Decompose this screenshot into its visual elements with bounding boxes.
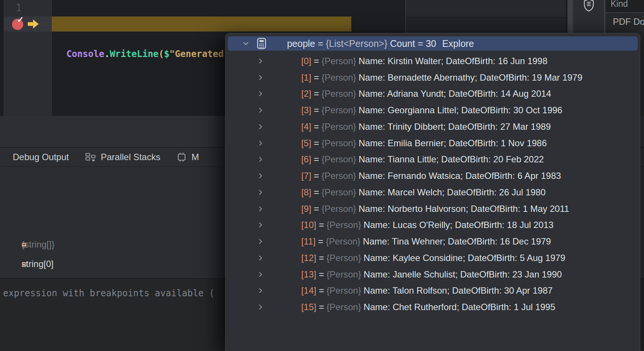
tab-label: Debug Output (13, 152, 69, 162)
code-token: . (104, 49, 110, 59)
tab-memory[interactable]: M (177, 152, 199, 162)
parallel-stacks-icon (85, 152, 96, 162)
chevron-right-icon[interactable] (259, 173, 263, 179)
chevron-right-icon[interactable] (259, 206, 263, 212)
equals-sign: = (316, 302, 327, 312)
finder-column-header[interactable]: Kind (605, 0, 644, 13)
chevron-right-icon[interactable] (259, 272, 263, 278)
code-token: "Generated (169, 49, 229, 59)
chevron-right-icon[interactable] (259, 107, 263, 113)
item-type: {Person} (327, 302, 361, 312)
calculator-icon (257, 38, 266, 49)
code-token: WriteLine (110, 49, 159, 59)
variable-name: n (21, 259, 26, 269)
variables-panel[interactable]: {string[]} string[0] Explore = Faker<Per… (0, 166, 225, 278)
line-number: 1 (16, 2, 22, 14)
breakpoint-verified-check-icon: ✓ (17, 15, 24, 25)
tab-parallel-stacks[interactable]: Parallel Stacks (85, 152, 160, 162)
tab-debug-output[interactable]: Debug Output (13, 152, 69, 162)
memory-icon (177, 152, 187, 162)
tab-label: M (191, 152, 199, 162)
data-tip-popup: people = {List<Person>} Count = 30Explor… (225, 33, 640, 351)
chevron-right-icon[interactable] (259, 238, 263, 244)
item-value: Name: Chet Rutherford; DateOfBirth: 1 Ju… (361, 302, 555, 312)
variable-row[interactable]: {string[]} string[0] Explore (0, 176, 225, 196)
chevron-right-icon[interactable] (259, 75, 263, 81)
chevron-right-icon[interactable] (259, 288, 263, 294)
code-token: ( (159, 49, 164, 59)
execution-pointer-icon (28, 22, 33, 26)
code-token: $ (164, 49, 169, 59)
execution-pointer-tip (33, 20, 39, 28)
editor-right-pane-header (406, 0, 566, 18)
item-index: [15] (301, 302, 316, 312)
kind-column-label: Kind (611, 0, 628, 9)
chevron-right-icon[interactable] (259, 140, 263, 146)
chevron-down-icon[interactable] (243, 42, 249, 45)
tab-label: Parallel Stacks (101, 152, 160, 162)
variable-name: e (21, 239, 26, 249)
chevron-right-icon[interactable] (259, 124, 263, 130)
chevron-right-icon[interactable] (259, 222, 263, 228)
code-token: Console (66, 49, 104, 59)
chevron-right-icon[interactable] (259, 255, 263, 261)
variable-row[interactable]: = Faker<Person> (0, 196, 225, 215)
chevron-right-icon[interactable] (259, 58, 263, 64)
data-tip-item-list: [0] = {Person} Name: Kirstin Walter; Dat… (226, 51, 640, 315)
variable-row[interactable]: e = {List<Person>} Count = 30 Explore (0, 215, 225, 235)
chevron-right-icon[interactable] (259, 156, 263, 162)
chevron-right-icon[interactable] (259, 304, 263, 310)
list-item-row[interactable]: [15] = {Person} Name: Chet Rutherford; D… (226, 299, 640, 315)
console-message-text: expression with breakpoints available ( (0, 288, 222, 298)
chevron-right-icon[interactable] (259, 91, 263, 97)
shield-icon[interactable] (582, 0, 596, 12)
finder-cell-value: PDF Do (613, 16, 644, 27)
console-message: expression with breakpoints available ( (0, 288, 222, 298)
chevron-right-icon[interactable] (259, 189, 263, 195)
editor-left-edge (0, 0, 4, 116)
